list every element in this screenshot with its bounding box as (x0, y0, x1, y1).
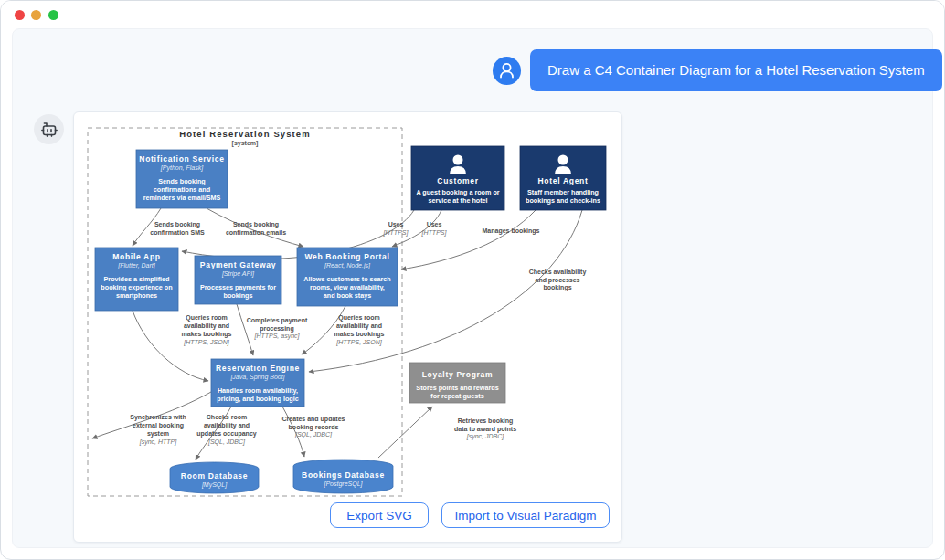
edge-notification-service-to-web-booking-portal: Sends bookingconfirmation emails (207, 208, 303, 247)
diagram-text: confirmations and (154, 185, 210, 194)
diagram-text: bookings and check-ins (526, 196, 600, 205)
diagram-text: bookings (224, 291, 253, 300)
minimize-button[interactable] (31, 10, 41, 20)
edge-notification-service-to-mobile-app: Sends bookingconfirmation SMS (133, 208, 205, 246)
diagram-text: Hotel Reservation System (179, 129, 311, 139)
diagram-text: Payment Gateway (200, 260, 276, 269)
diagram-text: [Python, Flask] (160, 164, 204, 172)
edge-web-booking-portal-to-reservation-engine: Queries roomavailability andmakes bookin… (302, 306, 385, 354)
content-panel: Draw a C4 Container Diagram for a Hotel … (12, 28, 933, 548)
person-icon (493, 57, 521, 85)
edge-label: Retrieves bookingdata to award points[sy… (454, 417, 516, 441)
node-customer: CustomerA guest booking a room orservice… (411, 146, 504, 210)
maximize-button[interactable] (48, 10, 58, 20)
edge-bookings-database-to-loyalty-program: Retrieves bookingdata to award points[sy… (378, 407, 516, 458)
diagram-text: Processes payments for (200, 283, 276, 291)
edge-label: Checks roomavailability andupdates occup… (196, 414, 256, 445)
diagram-text: smartphones (116, 291, 157, 300)
diagram-text: [Stripe API] (221, 270, 255, 278)
diagram-text: [system] (232, 140, 259, 147)
edge-payment-gateway-to-reservation-engine: Completes paymentprocessing[HTTPS, async… (237, 304, 308, 355)
edge-reservation-engine-to-room-database: Checks roomavailability andupdates occup… (196, 407, 257, 460)
diagram-text: reminders via email/SMS (143, 194, 221, 202)
diagram-text: Loyalty Program (422, 370, 494, 379)
diagram-text: Customer (437, 176, 478, 185)
diagram-text: A guest booking a room or (416, 188, 499, 196)
import-visual-paradigm-button[interactable]: Import to Visual Paradigm (441, 502, 610, 528)
diagram-text: and book stays (324, 291, 371, 300)
node-reservation-engine: Reservation Engine[Java, Spring Boot]Han… (211, 359, 304, 407)
diagram-text: Room Database (181, 471, 248, 481)
edge-label: Manages bookings (482, 227, 539, 235)
diagram-text: [React, Node.js] (324, 262, 371, 269)
bot-avatar (34, 114, 64, 144)
edge-label: Creates and updatesbooking records[SQL, … (282, 416, 345, 439)
diagram-text: Sends booking (158, 177, 206, 185)
diagram-text: [PostgreSQL] (323, 481, 363, 488)
node-mobile-app: Mobile App[Flutter, Dart]Provides a simp… (95, 248, 178, 311)
close-button[interactable] (15, 10, 25, 20)
window-titlebar (1, 1, 944, 28)
diagram-text: Provides a simplified (104, 275, 170, 283)
edge-reservation-engine-to-system-boundary: Synchronizes withexternal bookingsystem[… (92, 392, 211, 446)
chat-message-bubble: Draw a C4 Container Diagram for a Hotel … (530, 49, 942, 91)
c4-container-diagram: Hotel Reservation System[system]Sends bo… (74, 112, 621, 542)
diagram-text: pricing, and booking logic (217, 395, 298, 403)
robot-icon (38, 119, 60, 141)
diagram-text: Hotel Agent (537, 176, 588, 185)
edge-label: Synchronizes withexternal bookingsystem[… (130, 414, 186, 445)
node-loyalty-program: Loyalty ProgramStores points and rewards… (409, 363, 505, 403)
diagram-text: booking experience on (101, 283, 172, 291)
node-notification-service: Notification Service[Python, Flask]Sends… (136, 150, 228, 208)
diagram-text: Staff member handling (527, 188, 599, 196)
edge-label: Sends bookingconfirmation emails (226, 221, 286, 236)
diagram-text: Bookings Database (302, 470, 385, 480)
edge-label: Uses[HTTPS] (383, 221, 409, 237)
edge-label: Queries roomavailability andmakes bookin… (182, 314, 232, 345)
app-window: Draw a C4 Container Diagram for a Hotel … (0, 0, 945, 560)
edge-label: Completes paymentprocessing[HTTPS, async… (247, 317, 308, 341)
user-avatar (493, 57, 521, 85)
diagram-text: [Flutter, Dart] (117, 262, 156, 269)
edge-hotel-agent-to-web-booking-portal: Manages bookings (401, 210, 540, 269)
edge-label: Checks availabilityand processesbookings (529, 269, 587, 292)
diagram-text: Notification Service (139, 154, 224, 164)
diagram-text: Mobile App (112, 252, 160, 261)
diagram-text: [MySQL] (201, 481, 228, 489)
diagram-text: Handles room availability, (218, 386, 298, 395)
diagram-text: for repeat guests (430, 392, 483, 400)
node-payment-gateway: Payment Gateway[Stripe API]Processes pay… (195, 256, 281, 304)
diagram-text: Reservation Engine (216, 364, 300, 373)
edge-label: Sends bookingconfirmation SMS (150, 221, 205, 236)
chat-row: Draw a C4 Container Diagram for a Hotel … (493, 49, 942, 91)
edge-label: Queries roomavailability andmakes bookin… (334, 314, 385, 345)
edge-label: Uses[HTTPS] (421, 221, 448, 237)
diagram-text: Allows customers to search (303, 275, 390, 283)
node-hotel-agent: Hotel AgentStaff member handlingbookings… (520, 146, 606, 210)
diagram-text: Stores points and rewards (416, 384, 498, 392)
node-bookings-database: Bookings Database[PostgreSQL] (293, 460, 393, 493)
node-room-database: Room Database[MySQL] (170, 462, 259, 493)
diagram-card: Hotel Reservation System[system]Sends bo… (73, 111, 622, 543)
node-web-booking-portal: Web Booking Portal[React, Node.js]Allows… (297, 248, 398, 306)
diagram-text: rooms, view availability, (310, 283, 385, 291)
edge-reservation-engine-to-bookings-database: Creates and updatesbooking records[SQL, … (282, 407, 345, 457)
export-svg-button[interactable]: Export SVG (330, 502, 429, 528)
diagram-text: service at the hotel (428, 196, 487, 205)
diagram-text: Web Booking Portal (304, 252, 389, 261)
diagram-text: [Java, Spring Boot] (229, 374, 285, 381)
